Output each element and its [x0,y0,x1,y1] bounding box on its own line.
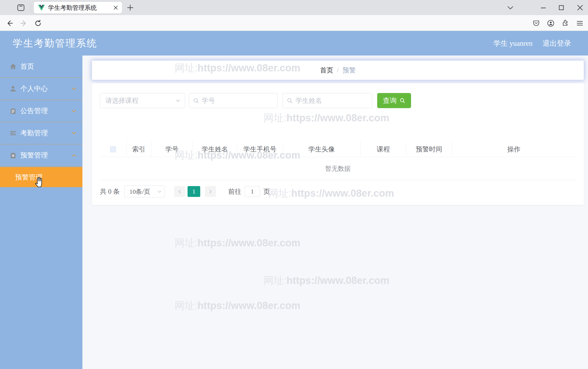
menu-hamburger-icon[interactable] [576,20,584,27]
page-size-value: 10条/页 [129,187,150,196]
window-maximize-icon[interactable] [558,4,565,11]
table-header-checkbox-cell [100,142,127,157]
sidebar-item-personal-center[interactable]: 个人中心 [0,78,82,100]
course-select[interactable]: 请选择课程 [100,93,185,108]
table-empty-state: 暂无数据 [100,157,576,180]
sidebar-item-warning[interactable]: 预警管理 [0,144,82,167]
window-close-icon[interactable] [576,4,584,11]
tab-separator [31,4,31,11]
back-icon[interactable] [6,20,13,27]
chevron-down-icon [71,86,77,91]
warning-clipboard-icon [10,152,17,159]
course-select-placeholder: 请选择课程 [105,96,138,105]
select-all-checkbox[interactable] [110,146,116,152]
table-header-index: 索引 [127,142,151,157]
search-button-label: 查询 [383,96,397,105]
student-name-input[interactable] [296,97,372,104]
account-icon[interactable] [547,20,554,27]
page-unit-label: 页 [263,187,270,196]
prev-page-button[interactable] [174,186,185,197]
sidebar-item-announcement[interactable]: 公告管理 [0,100,82,122]
vue-logo-icon [38,5,45,11]
chevron-down-icon [71,131,77,136]
mouse-hand-cursor [34,175,46,188]
tab-title: 学生考勤管理系统 [48,4,106,12]
clipboard-icon [10,107,17,114]
browser-tabbar: 学生考勤管理系统 [0,0,588,15]
search-icon [399,98,405,104]
sidebar-item-home[interactable]: 首页 [0,56,82,78]
pagination-bar: 共 0 条 10条/页 1 前 [100,186,270,197]
warning-panel-card: 请选择课程 [92,83,584,205]
sidebar: 首页 个人中心 公告管理 [0,56,82,369]
sidebar-item-label: 首页 [20,62,34,71]
browser-toolbar: localhost:8081/#/yujing [0,15,588,31]
table-header-row: 索引 学号 学生姓名 学生手机号 学生头像 课程 预警时间 操作 [100,142,576,157]
sidebar-item-label: 公告管理 [20,106,48,116]
extensions-icon[interactable] [562,20,569,27]
tab-close-icon[interactable] [113,4,119,11]
reload-icon[interactable] [34,20,42,27]
warning-table: 索引 学号 学生姓名 学生手机号 学生头像 课程 预警时间 操作 暂无数据 [100,142,576,180]
browser-window: 学生考勤管理系统 [0,0,588,369]
table-header-warning-time: 预警时间 [406,142,452,157]
search-button[interactable]: 查询 [377,93,411,108]
student-id-input[interactable] [202,97,277,104]
chevron-down-icon [175,98,181,103]
browser-tab[interactable]: 学生考勤管理系统 [34,2,122,13]
goto-page-input[interactable] [245,186,260,197]
chevron-left-icon [177,189,182,194]
page-size-select[interactable]: 10条/页 [124,186,165,197]
main-content: 首页 / 预警 请选择课程 [82,56,588,369]
table-header-student-id: 学号 [151,142,193,157]
search-icon [287,98,293,104]
sidebar-item-label: 考勤管理 [20,128,48,138]
table-header-student-phone: 学生手机号 [237,142,283,157]
forward-icon[interactable] [20,20,27,27]
sidebar-item-label: 个人中心 [20,84,48,93]
breadcrumb-separator: / [337,67,339,74]
table-header-course: 课程 [361,142,406,157]
search-icon [193,98,199,104]
user-icon [10,85,17,92]
app-title: 学生考勤管理系统 [13,37,97,50]
filter-bar: 请选择课程 [100,93,411,108]
student-name-field [283,93,372,108]
breadcrumb-card: 首页 / 预警 [92,61,584,80]
chevron-down-icon [71,108,77,114]
header-user[interactable]: 学生 yuanren [493,39,533,48]
current-page-button[interactable]: 1 [188,186,200,197]
next-page-button[interactable] [205,186,216,197]
student-id-field [189,93,278,108]
goto-label: 前往 [228,187,241,196]
pocket-icon[interactable] [533,20,540,27]
table-header-actions: 操作 [452,142,576,157]
window-minimize-icon[interactable] [539,4,547,11]
sidebar-item-label: 预警管理 [20,151,48,160]
logout-link[interactable]: 退出登录 [543,39,571,48]
chevron-down-icon [157,189,162,194]
table-header-student-name: 学生姓名 [193,142,237,157]
breadcrumb-current: 预警 [342,66,356,75]
chevron-up-icon [71,153,77,158]
breadcrumb-home[interactable]: 首页 [320,66,333,75]
chevron-right-icon [208,189,213,194]
pagination-total: 共 0 条 [100,187,120,196]
home-icon [10,63,17,70]
table-header-student-avatar: 学生头像 [283,142,361,157]
firefox-view-icon[interactable] [17,4,25,12]
list-all-tabs-icon[interactable] [507,4,514,11]
sidebar-item-attendance[interactable]: 考勤管理 [0,122,82,144]
app-header: 学生考勤管理系统 学生 yuanren 退出登录 [0,31,588,56]
new-tab-icon[interactable] [126,4,134,12]
order-list-icon [10,130,17,137]
